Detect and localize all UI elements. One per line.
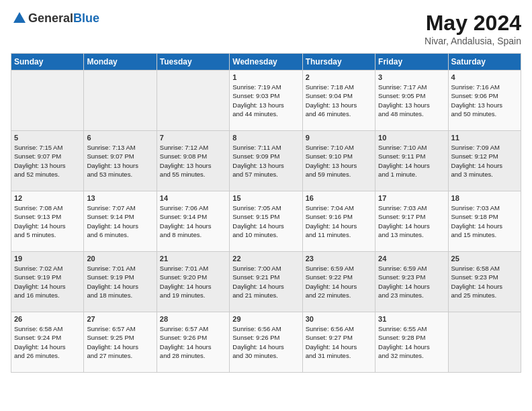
calendar-cell: 24Sunrise: 6:59 AM Sunset: 9:23 PM Dayli…	[375, 252, 448, 312]
day-number: 28	[160, 315, 226, 323]
day-content: Sunrise: 7:10 AM Sunset: 9:10 PM Dayligh…	[306, 143, 372, 179]
day-number: 29	[232, 315, 299, 323]
day-content: Sunrise: 7:00 AM Sunset: 9:21 PM Dayligh…	[232, 264, 299, 300]
day-number: 10	[378, 134, 445, 142]
day-number: 23	[306, 255, 372, 263]
day-number: 24	[378, 255, 445, 263]
calendar-cell: 1Sunrise: 7:19 AM Sunset: 9:03 PM Daylig…	[230, 71, 302, 131]
day-content: Sunrise: 7:13 AM Sunset: 9:07 PM Dayligh…	[87, 143, 153, 179]
day-number: 6	[87, 134, 153, 142]
day-number: 27	[87, 315, 153, 323]
calendar-cell: 16Sunrise: 7:04 AM Sunset: 9:16 PM Dayli…	[302, 191, 375, 252]
calendar-cell: 12Sunrise: 7:08 AM Sunset: 9:13 PM Dayli…	[11, 191, 84, 252]
header: GeneralBlue May 2024 Nivar, Andalusia, S…	[11, 11, 521, 46]
logo-text-blue: Blue	[73, 11, 99, 25]
day-number: 1	[232, 73, 299, 81]
calendar-cell	[157, 71, 229, 131]
day-content: Sunrise: 7:08 AM Sunset: 9:13 PM Dayligh…	[14, 203, 81, 239]
calendar-cell: 7Sunrise: 7:12 AM Sunset: 9:08 PM Daylig…	[157, 131, 229, 191]
weekday-header-sunday: Sunday	[11, 54, 84, 71]
day-content: Sunrise: 6:57 AM Sunset: 9:26 PM Dayligh…	[160, 324, 226, 360]
calendar-cell: 3Sunrise: 7:17 AM Sunset: 9:05 PM Daylig…	[375, 71, 448, 131]
calendar-cell: 28Sunrise: 6:57 AM Sunset: 9:26 PM Dayli…	[157, 312, 229, 373]
calendar-cell: 30Sunrise: 6:56 AM Sunset: 9:27 PM Dayli…	[302, 312, 375, 373]
calendar-cell: 6Sunrise: 7:13 AM Sunset: 9:07 PM Daylig…	[84, 131, 157, 191]
day-number: 13	[87, 194, 153, 202]
day-number: 5	[14, 134, 81, 142]
day-content: Sunrise: 7:18 AM Sunset: 9:04 PM Dayligh…	[306, 83, 372, 118]
logo-text-general: General	[28, 11, 73, 25]
calendar-cell: 29Sunrise: 6:56 AM Sunset: 9:26 PM Dayli…	[230, 312, 302, 373]
calendar-cell	[448, 312, 521, 373]
day-number: 22	[232, 255, 299, 263]
day-content: Sunrise: 7:07 AM Sunset: 9:14 PM Dayligh…	[87, 203, 153, 239]
day-content: Sunrise: 7:09 AM Sunset: 9:12 PM Dayligh…	[451, 143, 518, 179]
day-number: 3	[378, 73, 445, 81]
calendar-cell: 25Sunrise: 6:58 AM Sunset: 9:23 PM Dayli…	[448, 252, 521, 312]
day-content: Sunrise: 6:58 AM Sunset: 9:24 PM Dayligh…	[14, 324, 81, 360]
day-number: 2	[306, 73, 372, 81]
calendar-cell: 5Sunrise: 7:15 AM Sunset: 9:07 PM Daylig…	[11, 131, 84, 191]
day-number: 15	[232, 194, 299, 202]
day-number: 11	[451, 134, 518, 142]
calendar-cell	[11, 71, 84, 131]
weekday-header-wednesday: Wednesday	[230, 54, 302, 71]
calendar-cell: 13Sunrise: 7:07 AM Sunset: 9:14 PM Dayli…	[84, 191, 157, 252]
svg-marker-0	[13, 12, 26, 23]
day-number: 31	[378, 315, 445, 323]
calendar-cell: 15Sunrise: 7:05 AM Sunset: 9:15 PM Dayli…	[230, 191, 302, 252]
day-content: Sunrise: 6:57 AM Sunset: 9:25 PM Dayligh…	[87, 324, 153, 360]
day-number: 4	[451, 73, 518, 81]
day-content: Sunrise: 6:56 AM Sunset: 9:27 PM Dayligh…	[306, 324, 372, 360]
calendar-week-row: 5Sunrise: 7:15 AM Sunset: 9:07 PM Daylig…	[11, 131, 521, 191]
calendar-cell: 14Sunrise: 7:06 AM Sunset: 9:14 PM Dayli…	[157, 191, 229, 252]
day-content: Sunrise: 6:55 AM Sunset: 9:28 PM Dayligh…	[378, 324, 445, 360]
calendar-cell: 9Sunrise: 7:10 AM Sunset: 9:10 PM Daylig…	[302, 131, 375, 191]
day-number: 25	[451, 255, 518, 263]
day-content: Sunrise: 6:59 AM Sunset: 9:23 PM Dayligh…	[378, 264, 445, 300]
day-number: 16	[306, 194, 372, 202]
day-number: 26	[14, 315, 81, 323]
day-number: 17	[378, 194, 445, 202]
day-content: Sunrise: 7:02 AM Sunset: 9:19 PM Dayligh…	[14, 264, 81, 300]
day-content: Sunrise: 7:12 AM Sunset: 9:08 PM Dayligh…	[160, 143, 226, 179]
day-content: Sunrise: 6:56 AM Sunset: 9:26 PM Dayligh…	[232, 324, 299, 360]
calendar-cell	[84, 71, 157, 131]
calendar-cell: 2Sunrise: 7:18 AM Sunset: 9:04 PM Daylig…	[302, 71, 375, 131]
month-title: May 2024	[425, 11, 521, 36]
day-content: Sunrise: 6:58 AM Sunset: 9:23 PM Dayligh…	[451, 264, 518, 300]
weekday-header-row: SundayMondayTuesdayWednesdayThursdayFrid…	[11, 54, 521, 71]
calendar-cell: 20Sunrise: 7:01 AM Sunset: 9:19 PM Dayli…	[84, 252, 157, 312]
day-number: 21	[160, 255, 226, 263]
calendar-cell: 21Sunrise: 7:01 AM Sunset: 9:20 PM Dayli…	[157, 252, 229, 312]
calendar-cell: 11Sunrise: 7:09 AM Sunset: 9:12 PM Dayli…	[448, 131, 521, 191]
day-content: Sunrise: 7:05 AM Sunset: 9:15 PM Dayligh…	[232, 203, 299, 239]
day-number: 19	[14, 255, 81, 263]
calendar-cell: 17Sunrise: 7:03 AM Sunset: 9:17 PM Dayli…	[375, 191, 448, 252]
logo: GeneralBlue	[11, 11, 99, 26]
day-number: 9	[306, 134, 372, 142]
calendar-week-row: 12Sunrise: 7:08 AM Sunset: 9:13 PM Dayli…	[11, 191, 521, 252]
calendar-week-row: 1Sunrise: 7:19 AM Sunset: 9:03 PM Daylig…	[11, 71, 521, 131]
calendar-table: SundayMondayTuesdayWednesdayThursdayFrid…	[11, 53, 521, 373]
day-number: 12	[14, 194, 81, 202]
calendar-cell: 23Sunrise: 6:59 AM Sunset: 9:22 PM Dayli…	[302, 252, 375, 312]
calendar-cell: 31Sunrise: 6:55 AM Sunset: 9:28 PM Dayli…	[375, 312, 448, 373]
day-content: Sunrise: 7:17 AM Sunset: 9:05 PM Dayligh…	[378, 83, 445, 118]
weekday-header-friday: Friday	[375, 54, 448, 71]
day-number: 30	[306, 315, 372, 323]
day-content: Sunrise: 7:15 AM Sunset: 9:07 PM Dayligh…	[14, 143, 81, 179]
calendar-cell: 18Sunrise: 7:03 AM Sunset: 9:18 PM Dayli…	[448, 191, 521, 252]
location-title: Nivar, Andalusia, Spain	[425, 36, 521, 46]
day-number: 18	[451, 194, 518, 202]
day-content: Sunrise: 7:11 AM Sunset: 9:09 PM Dayligh…	[232, 143, 299, 179]
calendar-cell: 26Sunrise: 6:58 AM Sunset: 9:24 PM Dayli…	[11, 312, 84, 373]
day-number: 8	[232, 134, 299, 142]
weekday-header-thursday: Thursday	[302, 54, 375, 71]
calendar-week-row: 19Sunrise: 7:02 AM Sunset: 9:19 PM Dayli…	[11, 252, 521, 312]
day-content: Sunrise: 6:59 AM Sunset: 9:22 PM Dayligh…	[306, 264, 372, 300]
weekday-header-tuesday: Tuesday	[157, 54, 229, 71]
day-number: 14	[160, 194, 226, 202]
day-content: Sunrise: 7:16 AM Sunset: 9:06 PM Dayligh…	[451, 83, 518, 118]
weekday-header-monday: Monday	[84, 54, 157, 71]
